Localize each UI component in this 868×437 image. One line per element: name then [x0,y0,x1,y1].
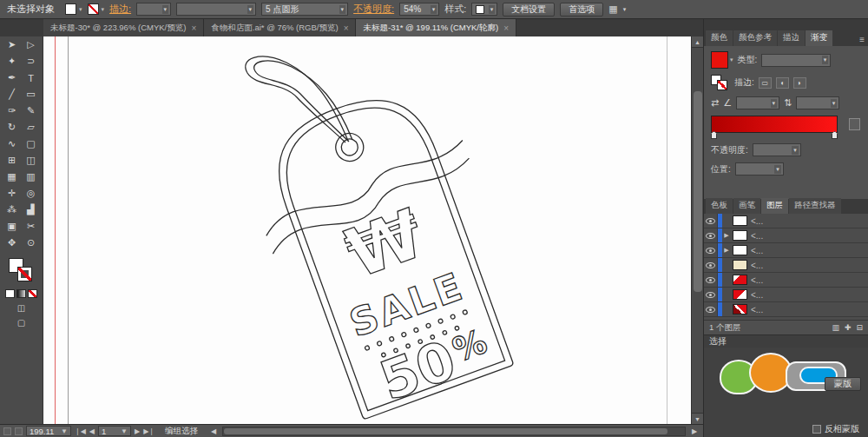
eyedropper-tool[interactable]: ✛ [3,185,22,202]
hand-tool[interactable]: ✥ [3,235,22,251]
layer-row-2[interactable]: ▶<... [704,228,868,243]
document-setup-button[interactable]: 文档设置 [503,3,555,17]
none-mode-icon[interactable] [28,289,37,298]
gradient-opacity-select[interactable]: ▾ [753,143,801,156]
tab-pathfinder[interactable]: 路径查找器 [789,198,841,214]
slice-tool[interactable]: ✂ [22,218,41,235]
status-icon-2[interactable] [15,427,23,435]
visibility-cell[interactable] [704,273,718,287]
next-artboard-icon[interactable]: ▶ [135,427,140,435]
mask-button[interactable]: 蒙版 [825,377,861,391]
close-icon[interactable]: × [344,23,349,33]
gradient-location-select[interactable]: ▾ [735,162,784,175]
screen-mode-icon[interactable]: ▢ [17,318,25,328]
gradient-bar[interactable] [711,116,838,133]
selection-tool[interactable]: ➤ [3,36,22,53]
vertical-scroll-track[interactable] [692,48,704,413]
stroke-weight-select[interactable]: ▾ [136,3,171,16]
expand-icon[interactable]: ▶ [722,247,731,254]
gradient-tool[interactable]: ▥ [22,169,41,185]
close-icon[interactable]: × [191,23,196,33]
layer-row-3[interactable]: ▶<... [704,243,868,258]
align-icon[interactable]: ▦ [608,3,617,15]
artboard-canvas[interactable]: ₩ SALE 50 % [43,36,691,424]
horizontal-scroll-thumb[interactable] [224,428,667,434]
gradient-fill-stroke-indicator[interactable] [711,75,730,90]
fill-dropdown-icon[interactable]: ▾ [79,6,82,13]
stroke-swatch[interactable] [88,3,99,15]
gradient-stop-right[interactable] [832,131,838,139]
tab-color[interactable]: 颜色 [706,30,733,46]
rectangle-tool[interactable]: ▭ [22,86,41,103]
delete-stop-icon[interactable] [849,118,860,130]
stroke-color-box[interactable] [17,267,32,281]
stroke-along-icon[interactable]: ◖ [776,77,789,89]
tab-swatches[interactable]: 色板 [706,198,733,214]
opacity-select[interactable]: 54%▾ [399,3,439,16]
preferences-button[interactable]: 首选项 [560,3,603,17]
tab-stroke[interactable]: 描边 [778,30,805,46]
blend-tool[interactable]: ◎ [22,185,41,202]
visibility-cell[interactable] [704,302,718,316]
tab-gradient[interactable]: 渐变 [806,30,832,46]
artboard-select[interactable]: 1 ▼ [98,426,131,436]
stroke-link[interactable]: 描边: [109,3,131,16]
perspective-grid-tool[interactable]: ◫ [22,152,41,169]
new-layer-icon[interactable]: ✚ [845,323,852,332]
tab-color-guide[interactable]: 颜色参考 [733,30,777,46]
visibility-cell[interactable] [704,214,718,228]
tab-brushes[interactable]: 画笔 [733,198,760,214]
reverse-gradient-icon[interactable]: ⇄ [711,97,719,109]
layer-row-4[interactable]: <... [704,258,868,273]
scroll-left-icon[interactable]: ◀ [208,427,219,435]
chevron-down-icon[interactable]: ▾ [623,6,627,13]
gradient-angle-select[interactable]: ▾ [736,96,779,109]
free-transform-tool[interactable]: ▢ [22,136,41,152]
pencil-tool[interactable]: ✎ [22,103,41,119]
column-graph-tool[interactable]: ▟ [22,202,41,218]
document-tab-2[interactable]: 食物和店面.ai* @ 76% (RGB/预览) × [204,19,356,36]
magic-wand-tool[interactable]: ✦ [3,53,22,70]
chevron-down-icon[interactable]: ▾ [730,56,733,63]
draw-mode-icon[interactable]: ◫ [17,303,25,313]
fill-swatch[interactable] [65,3,76,15]
mesh-tool[interactable]: ▦ [3,169,22,185]
zoom-select[interactable]: 199.11 ▼ [26,426,71,436]
artboard-tool[interactable]: ▣ [3,218,22,235]
status-icon-1[interactable] [3,427,11,435]
stroke-dropdown-icon[interactable]: ▾ [102,6,105,13]
close-icon[interactable]: × [503,23,509,33]
stroke-across-icon[interactable]: ◗ [793,77,806,89]
delete-layer-icon[interactable]: ⊟ [856,323,863,332]
gradient-mode-icon[interactable] [16,289,26,298]
document-tab-1[interactable]: 未标题-30* @ 223.96% (CMYK/预览) × [43,19,204,36]
panel-menu-icon[interactable]: ≡ [856,35,868,46]
document-tab-3-active[interactable]: 未标题-31* @ 199.11% (CMYK/轮廓) × [356,19,516,36]
invert-mask-checkbox[interactable] [812,425,821,434]
shape-builder-tool[interactable]: ⊞ [3,152,22,169]
paintbrush-tool[interactable]: ✑ [3,103,22,119]
scroll-down-icon[interactable]: ▼ [692,413,704,424]
visibility-cell[interactable] [704,228,718,242]
fill-stroke-indicator[interactable] [9,258,35,284]
variable-width-select[interactable]: ▾ [176,3,256,16]
first-artboard-icon[interactable]: ❘◀ [75,427,86,435]
gradient-stop-slider[interactable] [711,131,838,140]
visibility-cell[interactable] [704,258,718,272]
scroll-up-icon[interactable]: ▲ [692,36,704,48]
rotate-tool[interactable]: ↻ [3,119,22,136]
layer-row-5[interactable]: <... [704,273,868,288]
line-segment-tool[interactable]: ╱ [3,86,22,103]
layer-row-7[interactable]: <... [704,302,868,317]
tab-layers[interactable]: 图层 [761,198,788,214]
type-tool[interactable]: T [22,70,41,86]
last-artboard-icon[interactable]: ▶❘ [143,427,155,435]
width-tool[interactable]: ∿ [3,136,22,152]
visibility-cell[interactable] [704,243,718,257]
gradient-stop-left[interactable] [711,131,717,139]
scale-tool[interactable]: ▱ [22,119,41,136]
stroke-within-icon[interactable]: ▭ [759,77,772,89]
visibility-cell[interactable] [704,288,718,301]
gradient-type-select[interactable]: ▾ [761,54,831,67]
color-mode-icon[interactable] [5,289,15,298]
